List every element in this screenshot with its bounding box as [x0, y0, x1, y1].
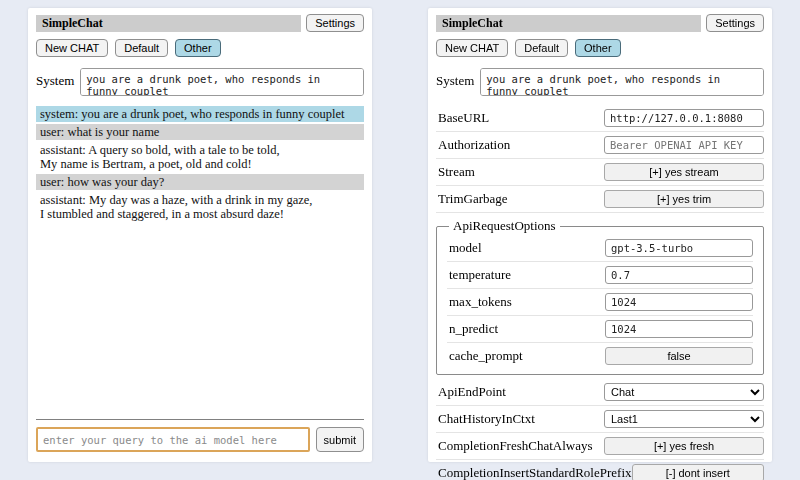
temperature-label: temperature	[449, 267, 511, 283]
setting-row-trimgarbage: TrimGarbage [+] yes trim	[436, 186, 764, 213]
system-label: System	[36, 68, 74, 89]
chat-message-list: system: you are a drunk poet, who respon…	[36, 106, 364, 224]
model-label: model	[449, 240, 482, 256]
setting-row-completion-insert: CompletionInsertStandardRolePrefix [-] d…	[436, 460, 764, 480]
setting-row-cache-prompt: cache_prompt false	[447, 343, 753, 369]
temperature-input[interactable]	[605, 266, 753, 284]
baseurl-label: BaseURL	[438, 110, 489, 126]
chat-history-label: ChatHistoryInCtxt	[438, 411, 535, 427]
setting-row-temperature: temperature	[447, 262, 753, 289]
query-bar: submit	[36, 419, 364, 452]
api-endpoint-label: ApiEndPoint	[438, 384, 506, 400]
max-tokens-label: max_tokens	[449, 294, 512, 310]
new-chat-button[interactable]: New CHAT	[436, 39, 508, 57]
settings-panel: SimpleChat Settings New CHAT Default Oth…	[428, 8, 772, 462]
new-chat-button[interactable]: New CHAT	[36, 39, 108, 57]
settings-form: BaseURL Authorization Stream [+] yes str…	[436, 105, 764, 480]
authorization-input[interactable]	[604, 136, 764, 154]
trimgarbage-label: TrimGarbage	[438, 191, 508, 207]
completion-fresh-toggle-button[interactable]: [+] yes fresh	[604, 437, 764, 455]
session-tab-default[interactable]: Default	[115, 39, 168, 57]
session-tab-other[interactable]: Other	[175, 39, 221, 57]
setting-row-completion-fresh: CompletionFreshChatAlways [+] yes fresh	[436, 433, 764, 460]
n-predict-input[interactable]	[605, 320, 753, 338]
stream-toggle-button[interactable]: [+] yes stream	[604, 163, 764, 181]
system-prompt-input[interactable]: you are a drunk poet, who responds in fu…	[480, 68, 764, 96]
cache-prompt-label: cache_prompt	[449, 348, 523, 364]
query-input[interactable]	[36, 427, 310, 452]
session-tab-other[interactable]: Other	[575, 39, 621, 57]
setting-row-max-tokens: max_tokens	[447, 289, 753, 316]
setting-row-chat-history: ChatHistoryInCtxt Last1	[436, 406, 764, 433]
cache-prompt-toggle-button[interactable]: false	[605, 347, 753, 365]
api-endpoint-select[interactable]: Chat	[604, 383, 764, 401]
chat-message-assistant: assistant: A query so bold, with a tale …	[36, 142, 364, 172]
system-prompt-row: System you are a drunk poet, who respond…	[436, 68, 764, 96]
spacer	[36, 224, 364, 419]
api-request-options-legend: ApiRequestOptions	[449, 218, 560, 234]
api-request-options-fieldset: ApiRequestOptions model temperature max_…	[436, 218, 764, 375]
chat-message-system: system: you are a drunk poet, who respon…	[36, 106, 364, 122]
trimgarbage-toggle-button[interactable]: [+] yes trim	[604, 190, 764, 208]
authorization-label: Authorization	[438, 137, 510, 153]
n-predict-label: n_predict	[449, 321, 498, 337]
system-prompt-row: System you are a drunk poet, who respond…	[36, 68, 364, 96]
session-toolbar: New CHAT Default Other	[36, 39, 364, 57]
setting-row-baseurl: BaseURL	[436, 105, 764, 132]
max-tokens-input[interactable]	[605, 293, 753, 311]
chat-message-assistant: assistant: My day was a haze, with a dri…	[36, 192, 364, 222]
setting-row-stream: Stream [+] yes stream	[436, 159, 764, 186]
page: SimpleChat Settings New CHAT Default Oth…	[0, 0, 800, 470]
completion-insert-toggle-button[interactable]: [-] dont insert	[632, 464, 764, 480]
chat-panel: SimpleChat Settings New CHAT Default Oth…	[28, 8, 372, 462]
chat-message-user: user: what is your name	[36, 124, 364, 140]
completion-fresh-label: CompletionFreshChatAlways	[438, 438, 593, 454]
submit-button[interactable]: submit	[316, 427, 364, 452]
stream-label: Stream	[438, 164, 475, 180]
settings-button[interactable]: Settings	[706, 14, 764, 32]
app-title: SimpleChat	[436, 15, 701, 32]
model-input[interactable]	[605, 239, 753, 257]
setting-row-api-endpoint: ApiEndPoint Chat	[436, 379, 764, 406]
chat-message-user: user: how was your day?	[36, 174, 364, 190]
setting-row-n-predict: n_predict	[447, 316, 753, 343]
session-tab-default[interactable]: Default	[515, 39, 568, 57]
session-toolbar: New CHAT Default Other	[436, 39, 764, 57]
system-label: System	[436, 68, 474, 89]
chat-history-select[interactable]: Last1	[604, 410, 764, 428]
baseurl-input[interactable]	[604, 109, 764, 127]
settings-button[interactable]: Settings	[306, 14, 364, 32]
app-title: SimpleChat	[36, 15, 301, 32]
setting-row-authorization: Authorization	[436, 132, 764, 159]
completion-insert-label: CompletionInsertStandardRolePrefix	[438, 465, 632, 480]
header: SimpleChat Settings	[436, 14, 764, 32]
header: SimpleChat Settings	[36, 14, 364, 32]
setting-row-model: model	[447, 235, 753, 262]
system-prompt-input[interactable]: you are a drunk poet, who responds in fu…	[80, 68, 364, 96]
